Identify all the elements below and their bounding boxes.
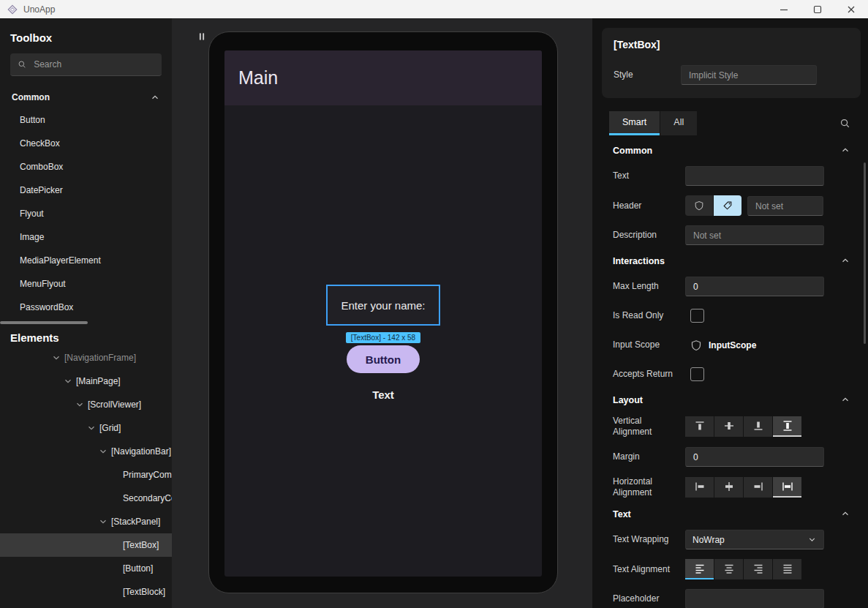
tree-item-grid[interactable]: [Grid] (0, 416, 172, 440)
tree-item-button[interactable]: [Button] (0, 557, 172, 580)
designed-textbox-text: Enter your name: (341, 299, 425, 312)
tab-all[interactable]: All (660, 111, 697, 135)
toolbox-item-passwordbox[interactable]: PasswordBox (0, 296, 172, 319)
toolbox-item-mediaplayerelement[interactable]: MediaPlayerElement (0, 249, 172, 272)
toolbox-item-menuflyout[interactable]: MenuFlyout (0, 272, 172, 296)
input-scope-value[interactable]: InputScope (709, 340, 756, 350)
minimize-button[interactable] (767, 0, 801, 18)
pause-button[interactable] (192, 27, 211, 46)
tree-item-stackpanel[interactable]: [StackPanel] (0, 510, 172, 533)
text-input[interactable] (685, 166, 824, 186)
binding-toggle-button[interactable] (685, 195, 713, 216)
property-row-horizontal-alignment: Horizontal Alignment (613, 476, 868, 498)
style-input[interactable]: Implicit Style (681, 65, 817, 85)
section-common[interactable]: Common (613, 144, 868, 157)
toolbox-panel: Toolbox Common Button CheckBox ComboBox … (0, 18, 172, 608)
designed-textbox[interactable]: Enter your name: (326, 285, 440, 326)
tree-item-textbox[interactable]: [TextBox] (0, 533, 172, 557)
description-input[interactable]: Not set (685, 225, 824, 245)
margin-label: Margin (613, 451, 680, 462)
align-horizontal-center-icon (723, 481, 735, 492)
toolbox-section-common[interactable]: Common (0, 86, 172, 108)
max-length-label: Max Length (613, 281, 680, 292)
section-text[interactable]: Text (613, 508, 868, 521)
chevron-down-icon[interactable] (63, 376, 73, 386)
chevron-up-icon (840, 145, 850, 155)
toolbox-item-button[interactable]: Button (0, 108, 172, 132)
toolbox-search-input[interactable] (32, 59, 154, 70)
chevron-down-icon[interactable] (86, 423, 97, 433)
valign-stretch-button[interactable] (773, 416, 801, 437)
maximize-button[interactable] (801, 0, 834, 18)
halign-stretch-button[interactable] (773, 477, 801, 498)
toolbox-item-flyout[interactable]: Flyout (0, 202, 172, 225)
valign-center-button[interactable] (714, 416, 743, 437)
designed-navigationbar[interactable]: Main (224, 50, 542, 105)
text-align-right-button[interactable] (744, 559, 772, 579)
toolbox-scrollbar[interactable] (0, 321, 88, 324)
toolbox-item-checkbox[interactable]: CheckBox (0, 132, 172, 155)
tree-item-mainpage[interactable]: [MainPage] (0, 369, 172, 393)
property-row-text: Text (613, 166, 868, 186)
chevron-down-icon[interactable] (51, 353, 61, 363)
tree-item-label: [MainPage] (76, 376, 121, 386)
toolbox-item-image[interactable]: Image (0, 225, 172, 249)
toolbox-item-datepicker[interactable]: DatePicker (0, 179, 172, 202)
tree-item-navigationbar[interactable]: [NavigationBar] (0, 440, 172, 463)
text-align-justify-button[interactable] (773, 559, 801, 579)
tree-item-scrollviewer[interactable]: [ScrollViewer] (0, 393, 172, 416)
tree-item-label: [Button] (123, 563, 153, 574)
tree-item-label: PrimaryComm (123, 470, 172, 480)
inspector-scrollbar[interactable] (864, 162, 866, 344)
header-input[interactable]: Not set (747, 196, 823, 216)
property-row-placeholder: Placeholder (613, 589, 868, 608)
accepts-return-checkbox[interactable] (690, 367, 704, 381)
placeholder-input[interactable] (685, 589, 824, 608)
text-align-center-button[interactable] (714, 559, 743, 579)
text-wrapping-label: Text Wrapping (613, 534, 680, 545)
accepts-return-label: Accepts Return (613, 369, 680, 380)
halign-center-button[interactable] (714, 477, 743, 498)
page-title: Main (224, 67, 278, 89)
halign-left-button[interactable] (685, 477, 714, 498)
design-canvas[interactable]: Main Enter your name: [TextBox] - 142 x … (172, 18, 592, 608)
tree-item-secondarycommands[interactable]: SecondaryCo (0, 487, 172, 510)
chevron-down-icon[interactable] (98, 517, 108, 527)
horizontal-alignment-group (685, 477, 801, 498)
text-align-center-icon (723, 563, 735, 574)
tab-smart[interactable]: Smart (609, 111, 660, 135)
align-left-icon (694, 481, 706, 492)
section-interactions[interactable]: Interactions (613, 255, 868, 268)
text-align-left-button[interactable] (685, 559, 714, 579)
chevron-down-icon[interactable] (98, 446, 108, 457)
close-button[interactable] (834, 0, 868, 18)
chevron-down-icon (807, 535, 817, 544)
property-row-vertical-alignment: Vertical Alignment (613, 416, 868, 438)
toolbox-search[interactable] (10, 53, 162, 76)
text-wrapping-dropdown[interactable]: NoWrap (685, 530, 824, 549)
chevron-up-icon (150, 92, 160, 102)
tree-item-textblock[interactable]: [TextBlock] (0, 580, 172, 604)
elements-title: Elements (0, 330, 172, 346)
window-controls (767, 0, 868, 18)
tree-item-primarycommands[interactable]: PrimaryComm (0, 463, 172, 487)
chevron-down-icon[interactable] (75, 399, 85, 410)
section-layout[interactable]: Layout (613, 394, 868, 407)
halign-right-button[interactable] (744, 477, 772, 498)
valign-top-button[interactable] (685, 416, 714, 437)
designed-textblock[interactable]: Text (372, 389, 394, 401)
device-screen[interactable]: Main Enter your name: [TextBox] - 142 x … (224, 50, 542, 577)
valign-bottom-button[interactable] (744, 416, 772, 437)
toolbox-item-combobox[interactable]: ComboBox (0, 155, 172, 179)
margin-input[interactable]: 0 (685, 447, 824, 467)
tag-icon (722, 200, 733, 211)
designed-button[interactable]: Button (347, 345, 420, 373)
is-read-only-checkbox[interactable] (690, 309, 704, 323)
description-label: Description (613, 230, 680, 241)
tree-item-label: [TextBlock] (123, 587, 165, 597)
properties-search-button[interactable] (839, 118, 850, 129)
max-length-input[interactable]: 0 (685, 277, 824, 296)
literal-toggle-button[interactable] (714, 195, 741, 216)
text-align-justify-icon (782, 563, 793, 574)
tree-item-navigationframe[interactable]: [NavigationFrame] (0, 346, 172, 369)
